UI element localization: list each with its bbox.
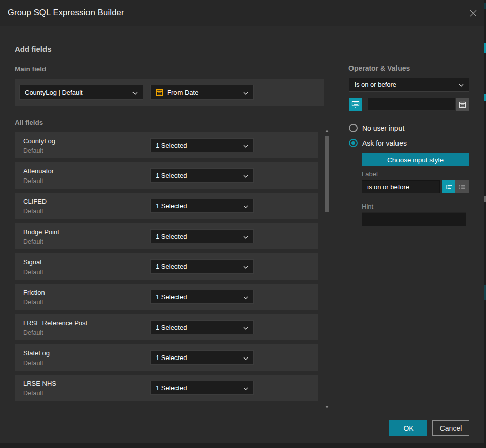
add-fields-heading: Add fields [15,44,52,53]
field-selection-select[interactable]: 1 Selected [150,229,254,243]
label-input[interactable]: is on or before [362,180,440,193]
main-date-field-select[interactable]: From Date [150,85,254,100]
title-bar: Group SQL Expression Builder [0,0,484,26]
main-field-heading: Main field [15,65,46,73]
scrollbar-thumb[interactable] [325,136,329,212]
field-name: CountyLog [23,137,55,145]
list-scrollbar[interactable] [325,129,329,409]
field-type: Default [23,390,43,397]
field-type: Default [23,299,43,306]
field-name: StateLog [23,349,50,357]
field-selection-value: 1 Selected [156,293,187,301]
chevron-down-icon [243,324,248,331]
field-row: Bridge Point Default 1 Selected [15,223,318,249]
field-name: Friction [23,289,45,296]
radio-ask-for-values-label: Ask for values [362,139,407,147]
background-app-edge [484,0,486,448]
chevron-down-icon [243,354,248,362]
all-fields-list: CountyLog Default 1 Selected Attenuator … [15,132,318,405]
all-fields-heading: All fields [15,119,43,126]
radio-no-user-input[interactable]: No user input [349,124,404,132]
ok-button[interactable]: OK [389,420,427,436]
operator-values-heading: Operator & Values [348,64,410,72]
field-name: Bridge Point [23,228,59,236]
field-selection-select[interactable]: 1 Selected [150,381,254,395]
field-row: LRSE NHS Default 1 Selected [15,375,318,401]
set-value-mode-button[interactable] [349,98,362,111]
chevron-down-icon [459,81,464,88]
field-selection-select[interactable]: 1 Selected [150,320,254,334]
label-input-value: is on or before [367,183,409,191]
field-type: Default [23,208,43,215]
field-row: CountyLog Default 1 Selected [15,132,318,158]
chevron-down-icon [243,263,248,271]
main-field-select[interactable]: CountyLog | Default [19,85,143,100]
field-name: LRSE Reference Post [23,319,87,327]
scroll-down-icon[interactable] [325,406,329,409]
field-row: LRSE Reference Post Default 1 Selected [15,314,318,340]
field-selection-value: 1 Selected [156,142,187,149]
calendar-picker-button[interactable] [456,98,469,111]
field-type: Default [23,329,43,336]
chevron-down-icon [243,172,248,180]
label-caption: Label [362,170,378,178]
calendar-icon [156,88,163,96]
field-type: Default [23,177,43,185]
chevron-down-icon [132,88,138,96]
main-field-card: CountyLog | Default From Date [15,79,324,106]
field-selection-value: 1 Selected [156,263,187,271]
chevron-down-icon [243,293,248,301]
field-name: CLIFED [23,198,47,205]
radio-ask-for-values[interactable]: Ask for values [349,139,407,147]
main-field-select-value: CountyLog | Default [25,88,83,96]
cancel-button[interactable]: Cancel [432,420,469,436]
radio-circle[interactable] [349,124,358,132]
date-select-value: From Date [167,88,198,96]
list-input-button[interactable] [455,180,469,193]
field-name: Attenuator [23,167,54,175]
field-selection-select[interactable]: 1 Selected [150,350,254,365]
field-name: Signal [23,258,41,266]
chevron-down-icon [243,142,248,149]
field-row: Attenuator Default 1 Selected [15,162,318,189]
field-selection-value: 1 Selected [156,233,187,240]
scroll-up-icon[interactable] [325,129,329,132]
field-selection-value: 1 Selected [156,384,187,392]
operator-select[interactable]: is on or before [349,78,469,92]
single-line-input-button[interactable] [442,180,455,193]
field-row: StateLog Default 1 Selected [15,344,318,371]
field-selection-select[interactable]: 1 Selected [150,168,254,183]
field-type: Default [23,360,43,367]
field-row: Friction Default 1 Selected [15,284,318,310]
field-selection-value: 1 Selected [156,324,187,331]
chevron-down-icon [243,384,248,392]
chevron-down-icon [243,202,248,210]
hint-caption: Hint [362,203,373,210]
field-type: Default [23,238,43,245]
field-selection-value: 1 Selected [156,172,187,180]
field-selection-select[interactable]: 1 Selected [150,259,254,274]
panel-divider [336,63,336,401]
operator-select-value: is on or before [355,81,396,88]
field-row: Signal Default 1 Selected [15,253,318,280]
choose-input-style-button[interactable]: Choose input style [362,153,469,166]
field-selection-select[interactable]: 1 Selected [150,290,254,304]
field-type: Default [23,268,43,276]
field-selection-select[interactable]: 1 Selected [150,199,254,213]
dialog-title: Group SQL Expression Builder [8,8,124,17]
field-selection-select[interactable]: 1 Selected [150,138,254,152]
chevron-down-icon [243,233,248,240]
field-name: LRSE NHS [23,380,56,387]
chevron-down-icon [243,88,248,96]
field-row: CLIFED Default 1 Selected [15,193,318,219]
field-selection-value: 1 Selected [156,202,187,210]
close-icon[interactable] [469,9,478,18]
field-type: Default [23,147,43,154]
group-sql-expression-builder-dialog: Group SQL Expression Builder Add fields … [0,0,484,443]
date-value-input[interactable] [367,98,456,111]
radio-circle-selected[interactable] [349,139,358,147]
radio-no-user-input-label: No user input [362,124,404,132]
field-selection-value: 1 Selected [156,354,187,362]
hint-input[interactable] [362,212,466,226]
